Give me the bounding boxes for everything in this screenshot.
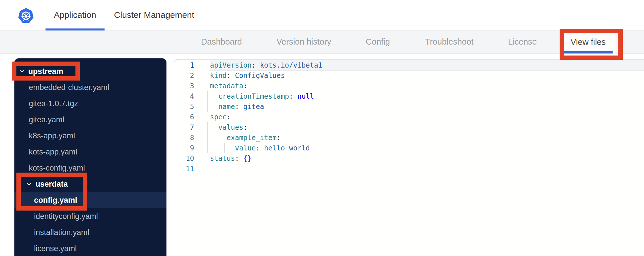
subnav-tab-view-files[interactable]: View files <box>561 30 615 54</box>
subnav-tab-dashboard[interactable]: Dashboard <box>201 30 242 53</box>
chevron-down-icon <box>26 181 32 187</box>
code-content: kind: ConfigValues <box>194 70 644 81</box>
line-number: 3 <box>174 81 194 91</box>
indent-guide <box>224 143 225 153</box>
line-number: 2 <box>174 70 194 81</box>
tree-item-label: upstream <box>28 67 63 76</box>
indent-guide <box>207 143 208 153</box>
subnav-tab-config[interactable]: Config <box>366 30 390 53</box>
tree-item-label: kots-config.yaml <box>29 164 85 173</box>
kubernetes-logo-icon <box>18 8 34 24</box>
tree-item-label: gitea.yaml <box>29 115 64 124</box>
line-number: 11 <box>174 164 194 174</box>
tree-item-label: gitea-1.0.7.tgz <box>29 99 78 108</box>
tree-file-installation.yaml[interactable]: installation.yaml <box>14 224 166 240</box>
tree-file-kots-config.yaml[interactable]: kots-config.yaml <box>14 160 166 176</box>
topbar-tab-application[interactable]: Application <box>46 0 105 30</box>
topbar-tab-cluster-management[interactable]: Cluster Management <box>112 0 196 30</box>
code-content <box>194 164 644 174</box>
code-content: name: gitea <box>194 102 644 112</box>
code-line-3[interactable]: 3metadata: <box>174 81 644 91</box>
indent-guide <box>207 102 208 112</box>
tree-file-license.yaml[interactable]: license.yaml <box>14 240 166 256</box>
tree-folder-upstream[interactable]: upstream <box>14 63 166 79</box>
line-number: 9 <box>174 143 194 153</box>
code-line-10[interactable]: 10status: {} <box>174 153 644 164</box>
code-content: spec: <box>194 112 644 122</box>
file-tree-sidebar: upstreamembedded-cluster.yamlgitea-1.0.7… <box>14 58 166 256</box>
yaml-file-viewer[interactable]: 1apiVersion: kots.io/v1beta12kind: Confi… <box>174 59 644 256</box>
chevron-down-icon <box>19 68 25 74</box>
code-line-9[interactable]: 9 value: hello world <box>174 143 644 153</box>
tree-item-label: config.yaml <box>34 196 77 205</box>
tree-file-kots-app.yaml[interactable]: kots-app.yaml <box>14 144 166 160</box>
code-line-4[interactable]: 4 creationTimestamp: null <box>174 91 644 102</box>
app-subnav: DashboardVersion historyConfigTroublesho… <box>0 30 644 54</box>
code-line-7[interactable]: 7 values: <box>174 122 644 133</box>
tree-item-label: embedded-cluster.yaml <box>29 83 109 92</box>
indent-guide <box>207 122 208 133</box>
code-content: value: hello world <box>194 143 644 153</box>
code-content: metadata: <box>194 81 644 91</box>
subnav-tab-version-history[interactable]: Version history <box>276 30 331 53</box>
code-line-2[interactable]: 2kind: ConfigValues <box>174 70 644 81</box>
code-line-6[interactable]: 6spec: <box>174 112 644 122</box>
indent-guide <box>207 91 208 102</box>
code-content: apiVersion: kots.io/v1beta1 <box>194 60 644 70</box>
code-content: status: {} <box>194 153 644 164</box>
subnav-tab-license[interactable]: License <box>508 30 537 53</box>
line-number: 1 <box>174 60 194 70</box>
tree-folder-userdata[interactable]: userdata <box>14 176 166 192</box>
code-line-8[interactable]: 8 example_item: <box>174 133 644 143</box>
tree-item-label: k8s-app.yaml <box>29 131 75 140</box>
tree-file-config.yaml[interactable]: config.yaml <box>14 192 166 208</box>
tree-item-label: identityconfig.yaml <box>34 212 98 221</box>
line-number: 5 <box>174 102 194 112</box>
tree-file-gitea-1.0.7.tgz[interactable]: gitea-1.0.7.tgz <box>14 95 166 112</box>
code-content: values: <box>194 122 644 133</box>
code-content: creationTimestamp: null <box>194 91 644 102</box>
tree-file-identityconfig.yaml[interactable]: identityconfig.yaml <box>14 208 166 224</box>
tree-file-embedded-cluster.yaml[interactable]: embedded-cluster.yaml <box>14 79 166 95</box>
line-number: 6 <box>174 112 194 122</box>
code-line-5[interactable]: 5 name: gitea <box>174 102 644 112</box>
tree-item-label: license.yaml <box>34 244 77 253</box>
line-number: 10 <box>174 153 194 164</box>
tree-file-k8s-app.yaml[interactable]: k8s-app.yaml <box>14 128 166 144</box>
tree-item-label: kots-app.yaml <box>29 148 77 156</box>
tree-item-label: userdata <box>35 180 68 189</box>
code-content: example_item: <box>194 133 644 143</box>
code-line-11[interactable]: 11 <box>174 164 644 174</box>
top-bar: ApplicationCluster Management <box>0 0 644 30</box>
line-number: 8 <box>174 133 194 143</box>
indent-guide <box>216 133 216 143</box>
tree-item-label: installation.yaml <box>34 228 89 237</box>
indent-guide <box>216 143 216 153</box>
indent-guide <box>207 133 208 143</box>
tree-file-gitea.yaml[interactable]: gitea.yaml <box>14 112 166 128</box>
subnav-tab-troubleshoot[interactable]: Troubleshoot <box>425 30 473 53</box>
line-number: 4 <box>174 91 194 102</box>
code-line-1[interactable]: 1apiVersion: kots.io/v1beta1 <box>174 60 644 70</box>
kots-admin-console: ApplicationCluster Management DashboardV… <box>0 0 644 256</box>
line-number: 7 <box>174 122 194 133</box>
